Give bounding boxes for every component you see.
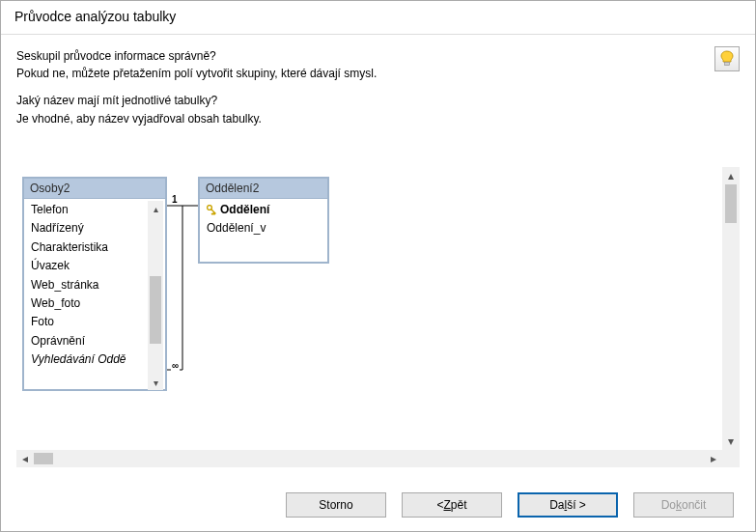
relationship-many-label: ∞ bbox=[171, 360, 180, 371]
lightbulb-icon bbox=[720, 50, 734, 68]
field-item-key[interactable]: Oddělení bbox=[200, 201, 327, 219]
scroll-corner bbox=[722, 450, 740, 467]
intro-line2: Pokud ne, můžete přetažením polí vytvoři… bbox=[16, 66, 740, 81]
field-item[interactable]: Foto bbox=[24, 313, 148, 331]
back-button[interactable]: < Zpět bbox=[402, 492, 502, 518]
field-item[interactable]: Úvazek bbox=[24, 257, 148, 275]
dialog-title: Průvodce analýzou tabulky bbox=[1, 1, 755, 35]
field-label: Oddělení bbox=[220, 202, 269, 218]
field-item-lookup[interactable]: Vyhledávání Oddě bbox=[24, 350, 148, 369]
intro-line4: Je vhodné, aby název vyjadřoval obsah ta… bbox=[16, 111, 740, 126]
relationship-line bbox=[167, 196, 200, 379]
relationship-one-label: 1 bbox=[171, 194, 179, 205]
scroll-thumb[interactable] bbox=[34, 453, 53, 464]
next-button[interactable]: Další > bbox=[518, 492, 618, 518]
key-icon bbox=[207, 205, 216, 216]
canvas-hscrollbar[interactable]: ◂ ▸ bbox=[16, 450, 722, 467]
hint-button[interactable] bbox=[714, 46, 740, 71]
intro-text: Seskupil průvodce informace správně? Pok… bbox=[16, 48, 740, 126]
field-list-scrollbar[interactable]: ▴ ▾ bbox=[148, 201, 163, 390]
field-item[interactable]: Telefon bbox=[24, 201, 148, 219]
design-canvas[interactable]: Osoby2 Telefon Nadřízený Charakteristika… bbox=[16, 167, 722, 450]
table-osoby2[interactable]: Osoby2 Telefon Nadřízený Charakteristika… bbox=[22, 177, 167, 391]
field-item[interactable]: Web_stránka bbox=[24, 276, 148, 294]
field-item[interactable]: Oprávnění bbox=[24, 332, 148, 350]
scroll-left-icon[interactable]: ◂ bbox=[16, 450, 34, 467]
canvas-vscrollbar[interactable]: ▴ ▾ bbox=[722, 167, 740, 450]
intro-line3: Jaký název mají mít jednotlivé tabulky? bbox=[16, 93, 740, 108]
field-item[interactable]: Charakteristika bbox=[24, 238, 148, 257]
svg-rect-0 bbox=[725, 63, 730, 66]
table-oddeleni2[interactable]: Oddělení2 Oddělení Oddělení_v bbox=[198, 177, 329, 264]
table-header[interactable]: Osoby2 bbox=[24, 179, 165, 199]
scroll-up-icon[interactable]: ▴ bbox=[722, 167, 740, 184]
table-header[interactable]: Oddělení2 bbox=[200, 179, 327, 199]
scroll-down-icon[interactable]: ▾ bbox=[722, 433, 740, 450]
field-item[interactable]: Nadřízený bbox=[24, 219, 148, 238]
intro-line1: Seskupil průvodce informace správně? bbox=[16, 48, 740, 64]
field-item[interactable]: Oddělení_v bbox=[200, 219, 327, 238]
dialog-footer: Storno < Zpět Další > Dokončit bbox=[1, 479, 755, 531]
scroll-up-icon[interactable]: ▴ bbox=[148, 201, 163, 216]
finish-button: Dokončit bbox=[633, 492, 734, 518]
cancel-button[interactable]: Storno bbox=[286, 492, 386, 518]
scroll-down-icon[interactable]: ▾ bbox=[148, 375, 163, 390]
scroll-right-icon[interactable]: ▸ bbox=[705, 450, 722, 467]
field-item[interactable]: Web_foto bbox=[24, 294, 148, 313]
scroll-thumb[interactable] bbox=[725, 184, 737, 223]
scroll-thumb[interactable] bbox=[150, 276, 161, 344]
